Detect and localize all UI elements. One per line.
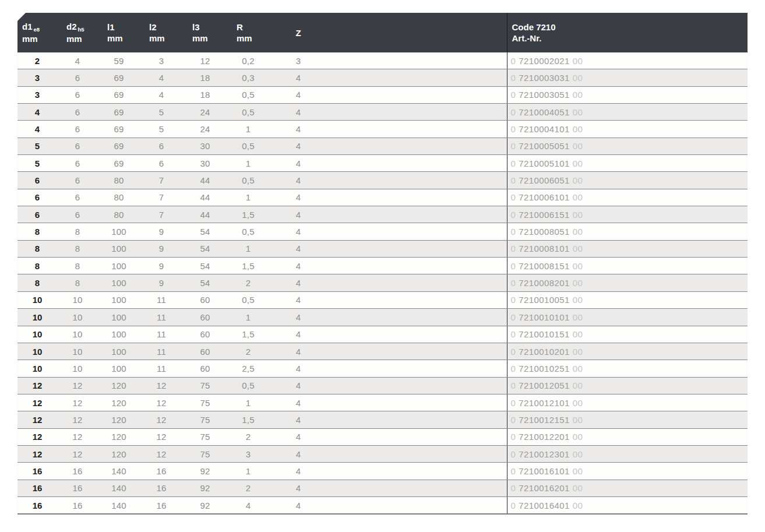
article-number-prefix: 0: [511, 295, 516, 305]
cell-article-number: 0721001210100: [507, 394, 748, 411]
article-number-suffix: 00: [573, 210, 583, 220]
header-r-unit: mm: [237, 33, 252, 43]
cell-z: 4: [269, 428, 327, 445]
cell-l3: 24: [183, 121, 227, 138]
cell-d2: 6: [57, 86, 98, 103]
table-row: 10101001160140721001010100: [17, 309, 748, 326]
product-spec-table: d1e8 mm d2h5 mm l1 mm l2 mm l3 mm: [17, 13, 748, 515]
cell-l1: 100: [98, 309, 140, 326]
cell-r: 0,5: [227, 377, 269, 394]
cell-d2: 16: [57, 496, 98, 514]
article-number-prefix: 0: [511, 227, 516, 237]
article-number-main: 7210010251: [519, 364, 569, 374]
cell-article-number: 0721000505100: [507, 138, 748, 154]
cell-l1: 100: [98, 223, 140, 240]
cell-l2: 4: [140, 86, 183, 103]
table-row: 16161401692140721001610100: [17, 463, 748, 480]
cell-filler: [327, 172, 507, 189]
cell-filler: [327, 121, 507, 138]
cell-d1: 10: [17, 309, 57, 326]
article-number-main: 7210016101: [519, 466, 569, 476]
article-number-suffix: 00: [573, 295, 583, 305]
cell-filler: [327, 138, 507, 154]
table-row: 66807440,540721000605100: [17, 172, 748, 189]
header-d2: d2h5 mm: [57, 13, 98, 52]
cell-article-number: 0721001230100: [507, 445, 748, 462]
cell-l1: 69: [98, 121, 140, 138]
article-number-prefix: 0: [511, 124, 516, 134]
cell-d2: 8: [57, 274, 98, 291]
cell-l3: 60: [183, 326, 227, 343]
article-number-suffix: 00: [573, 158, 583, 168]
article-number-prefix: 0: [511, 501, 516, 510]
article-number-suffix: 00: [573, 56, 583, 66]
cell-l3: 60: [183, 343, 227, 360]
cell-filler: [327, 496, 507, 514]
header-d2-tolerance: h5: [78, 26, 84, 33]
cell-d2: 12: [57, 428, 98, 445]
cell-article-number: 0721000405100: [507, 104, 748, 121]
cell-l2: 11: [140, 309, 183, 326]
table-row: 101010011602,540721001025100: [17, 360, 748, 377]
cell-d1: 4: [17, 104, 57, 121]
cell-l2: 12: [140, 428, 183, 445]
cell-z: 4: [269, 480, 327, 496]
cell-l2: 12: [140, 394, 183, 411]
cell-filler: [327, 240, 507, 257]
cell-z: 4: [269, 394, 327, 411]
cell-z: 3: [269, 52, 327, 69]
cell-r: 2: [227, 480, 269, 496]
article-number-prefix: 0: [511, 107, 516, 117]
article-number-suffix: 00: [573, 483, 583, 493]
cell-d2: 6: [57, 206, 98, 223]
cell-r: 4: [227, 496, 269, 514]
cell-r: 0,5: [227, 86, 269, 103]
cell-r: 0,2: [227, 52, 269, 69]
cell-z: 4: [269, 411, 327, 428]
cell-l3: 54: [183, 258, 227, 274]
cell-d1: 12: [17, 428, 57, 445]
cell-article-number: 0721001640100: [507, 496, 748, 514]
cell-filler: [327, 445, 507, 462]
table-row: 88100954240721000820100: [17, 274, 748, 291]
cell-d1: 16: [17, 480, 57, 496]
cell-l2: 9: [140, 274, 183, 291]
header-z-label: Z: [295, 28, 301, 38]
cell-d2: 6: [57, 104, 98, 121]
cell-r: 1: [227, 240, 269, 257]
cell-article-number: 0721001620100: [507, 480, 748, 496]
cell-z: 4: [269, 326, 327, 343]
cell-article-number: 0721001025100: [507, 360, 748, 377]
cell-d2: 10: [57, 343, 98, 360]
article-number-prefix: 0: [511, 244, 516, 253]
cell-l2: 16: [140, 480, 183, 496]
cell-z: 4: [269, 86, 327, 103]
cell-z: 4: [269, 463, 327, 480]
header-r: R mm: [227, 13, 269, 52]
article-number-suffix: 00: [573, 347, 583, 357]
cell-d2: 16: [57, 480, 98, 496]
cell-z: 4: [269, 104, 327, 121]
cell-r: 0,5: [227, 138, 269, 154]
article-number-suffix: 00: [573, 175, 583, 185]
header-l2-label: l2: [149, 22, 157, 32]
cell-filler: [327, 343, 507, 360]
table-row: 66807441,540721000615100: [17, 206, 748, 223]
table-row: 121212012751,540721001215100: [17, 411, 748, 428]
article-number-suffix: 00: [573, 329, 583, 339]
cell-filler: [327, 326, 507, 343]
cell-d2: 6: [57, 189, 98, 206]
article-number-suffix: 00: [573, 278, 583, 288]
cell-d2: 12: [57, 445, 98, 462]
cell-l2: 6: [140, 138, 183, 154]
table-row: 46695240,540721000405100: [17, 104, 748, 121]
cell-d2: 12: [57, 377, 98, 394]
cell-article-number: 0721000410100: [507, 121, 748, 138]
cell-l1: 120: [98, 411, 140, 428]
cell-l3: 54: [183, 274, 227, 291]
article-number-suffix: 00: [573, 398, 583, 408]
cell-d1: 4: [17, 121, 57, 138]
cell-l3: 44: [183, 172, 227, 189]
cell-l2: 6: [140, 155, 183, 172]
cell-l2: 5: [140, 121, 183, 138]
